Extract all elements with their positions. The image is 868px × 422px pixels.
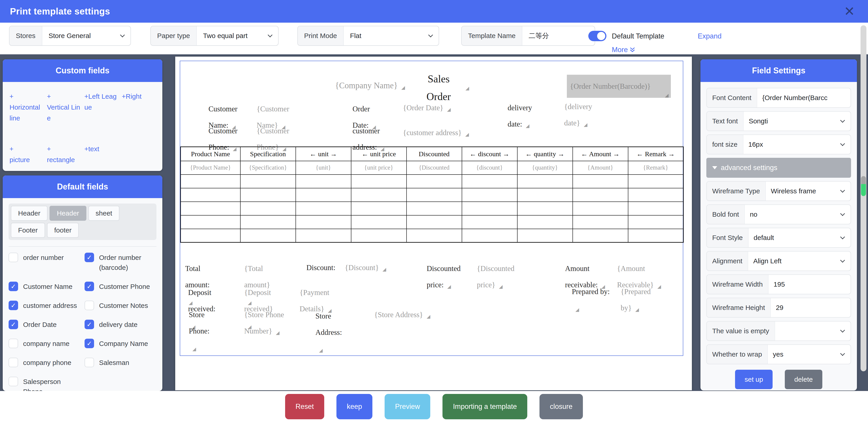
field-setting-value[interactable]: 29 <box>771 298 850 317</box>
checkbox-checked-icon[interactable]: ✓ <box>85 253 94 262</box>
custom-field-add-rectangle[interactable]: +rectangle <box>47 144 81 165</box>
table-placeholder-cell[interactable]: {Product Name} <box>181 161 240 174</box>
checkbox-checked-icon[interactable]: ✓ <box>8 320 18 329</box>
resize-handle-icon[interactable]: ◢ <box>636 307 639 313</box>
table-empty-cell[interactable] <box>351 215 406 229</box>
table-placeholder-cell[interactable]: {Specification} <box>240 161 296 174</box>
checkbox-checked-icon[interactable]: ✓ <box>8 301 18 310</box>
table-empty-cell[interactable] <box>462 215 517 229</box>
tpl-discounted-price-label[interactable]: Discounted price:◢ <box>427 260 468 293</box>
checkbox-customer-phone[interactable]: ✓Customer Phone <box>85 282 156 291</box>
field-setting-font-size[interactable]: font size16px <box>706 135 851 154</box>
checkbox-order-date[interactable]: ✓Order Date <box>8 320 81 330</box>
table-header-specification[interactable]: Specification <box>240 147 296 161</box>
field-setting-bold-font[interactable]: Bold fontno <box>706 204 851 224</box>
field-setting-value[interactable]: default <box>749 228 841 247</box>
table-placeholder-cell[interactable]: {Amount} <box>573 161 628 174</box>
field-setting-wireframe-width[interactable]: Wireframe Width195 <box>706 274 851 294</box>
tpl-prepared-by-label[interactable]: Prepared by:◢ <box>572 283 611 316</box>
table-empty-cell[interactable] <box>628 174 683 188</box>
table-header-discount[interactable]: ← discount → <box>462 147 517 161</box>
field-setting-value[interactable]: no <box>745 205 841 224</box>
checkbox-order-number[interactable]: order number <box>8 253 81 273</box>
field-setting-alignment[interactable]: AlignmentAlign Left <box>706 251 851 271</box>
table-empty-cell[interactable] <box>406 174 462 188</box>
table-empty-cell[interactable] <box>181 215 240 229</box>
closure-button[interactable]: closure <box>539 394 583 419</box>
custom-field-add-picture[interactable]: +picture <box>9 144 43 165</box>
checkbox-salesperson-phone[interactable]: Salesperson Phone <box>8 377 81 391</box>
table-empty-cell[interactable] <box>240 215 296 229</box>
table-empty-cell[interactable] <box>240 188 296 202</box>
table-empty-cell[interactable] <box>406 202 462 215</box>
custom-field-add-vertical-line[interactable]: +Vertical Line <box>47 91 81 123</box>
set-up-button[interactable]: set up <box>735 370 773 389</box>
table-empty-cell[interactable] <box>573 188 628 202</box>
table-empty-cell[interactable] <box>351 229 406 243</box>
tpl-discount-value[interactable]: {Discount}◢ <box>345 259 386 276</box>
checkbox-company-name[interactable]: company name <box>8 339 81 349</box>
checkbox-checked-icon[interactable]: ✓ <box>85 339 94 348</box>
table-empty-cell[interactable] <box>406 229 462 243</box>
resize-handle-icon[interactable]: ◢ <box>401 85 405 90</box>
close-icon[interactable]: ✕ <box>844 2 855 20</box>
custom-field-add-left-league[interactable]: +Left League <box>84 91 118 123</box>
field-setting-wireframe-height[interactable]: Wireframe Height29 <box>706 298 851 318</box>
table-empty-cell[interactable] <box>628 202 683 215</box>
field-setting-value[interactable]: 195 <box>769 275 850 294</box>
table-empty-cell[interactable] <box>462 229 517 243</box>
table-empty-cell[interactable] <box>296 215 351 229</box>
table-empty-cell[interactable] <box>462 174 517 188</box>
field-setting-value[interactable]: Wireless frame <box>766 181 841 201</box>
resize-handle-icon[interactable]: ◢ <box>382 267 386 272</box>
field-setting-value[interactable]: Songti <box>744 112 841 131</box>
table-empty-cell[interactable] <box>573 174 628 188</box>
advanced-settings-section[interactable]: advanced settings <box>706 158 851 178</box>
checkbox-customer-name[interactable]: ✓Customer Name <box>8 282 81 291</box>
resize-handle-icon[interactable]: ◢ <box>576 307 579 313</box>
custom-field-add-text[interactable]: +text <box>84 144 118 165</box>
scrollbar-thumb[interactable] <box>861 176 866 196</box>
table-placeholder-cell[interactable]: {Remark} <box>628 161 683 174</box>
resize-handle-icon[interactable]: ◢ <box>499 284 503 289</box>
resize-handle-icon[interactable]: ◢ <box>465 132 469 137</box>
tpl-store-phone-value[interactable]: {Store Phone Number}◢ <box>244 307 292 339</box>
tpl-customer-address-value[interactable]: {customer address}◢ <box>403 124 469 141</box>
checkbox-salesman[interactable]: Salesman <box>85 358 156 368</box>
checkbox-delivery-date[interactable]: ✓delivery date <box>85 320 156 330</box>
table-empty-cell[interactable] <box>628 188 683 202</box>
table-empty-cell[interactable] <box>628 229 683 243</box>
resize-handle-icon[interactable]: ◢ <box>466 86 469 91</box>
checkbox-company-phone[interactable]: company phone <box>8 358 81 368</box>
field-setting-value[interactable] <box>775 321 841 340</box>
table-empty-cell[interactable] <box>517 229 573 243</box>
table-empty-cell[interactable] <box>240 202 296 215</box>
table-header-amount[interactable]: ← Amount → <box>573 147 628 161</box>
tpl-prepared-by-value[interactable]: {Prepared by}◢ <box>621 283 655 316</box>
table-empty-cell[interactable] <box>517 188 573 202</box>
table-empty-cell[interactable] <box>573 229 628 243</box>
tpl-order-date-value[interactable]: {Order Date}◢ <box>403 100 451 116</box>
table-header-unit-price[interactable]: ← unit price <box>351 147 406 161</box>
table-empty-cell[interactable] <box>517 202 573 215</box>
table-empty-cell[interactable] <box>517 174 573 188</box>
table-empty-cell[interactable] <box>296 229 351 243</box>
resize-handle-icon[interactable]: ◢ <box>526 123 529 129</box>
table-empty-cell[interactable] <box>240 229 296 243</box>
more-link[interactable]: More <box>612 46 636 54</box>
table-header-quantity[interactable]: ← quantity → <box>517 147 573 161</box>
table-empty-cell[interactable] <box>181 229 240 243</box>
checkbox-checked-icon[interactable]: ✓ <box>8 282 18 291</box>
field-setting-value[interactable]: 16px <box>743 135 841 154</box>
tab-footer[interactable]: footer <box>47 223 79 238</box>
table-empty-cell[interactable] <box>296 202 351 215</box>
table-placeholder-cell[interactable]: {discount} <box>462 161 517 174</box>
table-empty-cell[interactable] <box>181 188 240 202</box>
field-setting-font-style[interactable]: Font Styledefault <box>706 228 851 248</box>
resize-handle-icon[interactable]: ◢ <box>319 348 323 354</box>
tab-footer[interactable]: Footer <box>11 223 45 238</box>
field-setting-value[interactable]: {Order Number(Barcc <box>757 88 850 107</box>
tpl-store-phone-label[interactable]: Store Phone:◢ <box>189 307 214 356</box>
template-name-input[interactable]: Template Name 二等分 <box>461 26 595 46</box>
paper-type-select[interactable]: Paper type Two equal part <box>150 26 279 46</box>
